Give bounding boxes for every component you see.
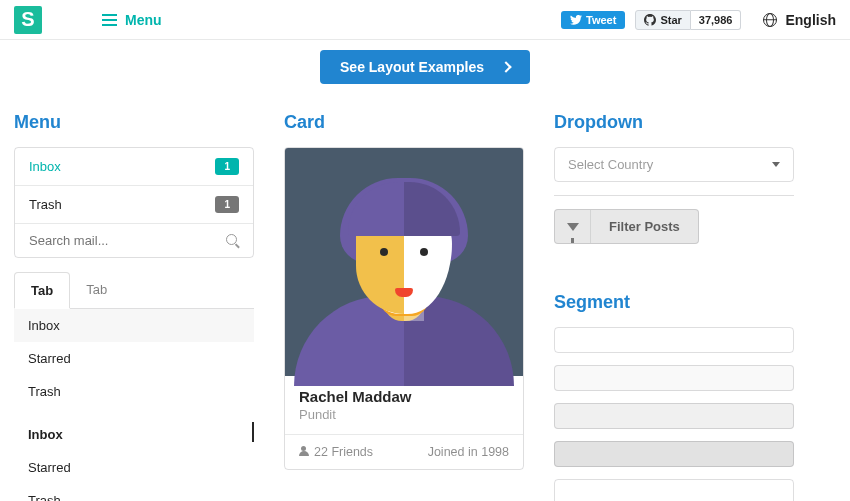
menu-heading: Menu xyxy=(14,112,254,133)
divider xyxy=(554,195,794,196)
list-item[interactable]: Starred xyxy=(14,451,254,484)
menu-item-label: Inbox xyxy=(29,159,61,174)
filter-button[interactable]: Filter Posts xyxy=(554,209,699,244)
user-icon xyxy=(299,446,309,456)
caret-down-icon xyxy=(772,162,780,167)
language-label: English xyxy=(785,12,836,28)
segment-heading: Segment xyxy=(554,292,794,313)
country-dropdown[interactable]: Select Country xyxy=(554,147,794,182)
tweet-button[interactable]: Tweet xyxy=(561,11,625,29)
segment-box xyxy=(554,403,794,429)
menu-item-label: Trash xyxy=(29,197,62,212)
card-subtitle: Pundit xyxy=(299,407,509,422)
logo[interactable]: S xyxy=(14,6,42,34)
twitter-icon xyxy=(570,15,582,25)
filter-icon xyxy=(567,223,579,231)
see-examples-label: See Layout Examples xyxy=(340,59,484,75)
globe-icon xyxy=(763,13,777,27)
filter-label: Filter Posts xyxy=(591,210,698,243)
dropdown-placeholder: Select Country xyxy=(568,157,653,172)
main-menu-button[interactable]: Menu xyxy=(102,12,162,28)
search-icon xyxy=(226,234,239,247)
segment-box xyxy=(554,479,794,501)
card-name: Rachel Maddaw xyxy=(299,388,509,405)
active-indicator xyxy=(252,422,254,442)
see-examples-button[interactable]: See Layout Examples xyxy=(320,50,530,84)
tab-1[interactable]: Tab xyxy=(14,272,70,309)
list-item[interactable]: Inbox xyxy=(14,309,254,342)
dropdown-heading: Dropdown xyxy=(554,112,794,133)
list-item[interactable]: Trash xyxy=(14,484,254,501)
list-item[interactable]: Inbox xyxy=(14,418,254,451)
segment-box xyxy=(554,327,794,353)
tab-2[interactable]: Tab xyxy=(70,272,123,308)
segment-box xyxy=(554,441,794,467)
menu-item-badge: 1 xyxy=(215,158,239,175)
star-label: Star xyxy=(660,14,681,26)
star-count: 37,986 xyxy=(691,10,742,30)
vertical-menu: Inbox 1 Trash 1 xyxy=(14,147,254,258)
card-heading: Card xyxy=(284,112,524,133)
chevron-right-icon xyxy=(500,61,511,72)
card-joined: Joined in 1998 xyxy=(428,445,509,459)
language-selector[interactable]: English xyxy=(763,12,836,28)
menu-item-trash[interactable]: Trash 1 xyxy=(15,185,253,223)
menu-item-badge: 1 xyxy=(215,196,239,213)
card-friends: 22 Friends xyxy=(299,445,373,459)
tab-bar: Tab Tab xyxy=(14,272,254,309)
list-item[interactable]: Trash xyxy=(14,375,254,408)
main-menu-label: Menu xyxy=(125,12,162,28)
tab-content-list: Inbox Starred Trash xyxy=(14,309,254,408)
search-input[interactable] xyxy=(29,233,226,248)
segment-box xyxy=(554,365,794,391)
menu-item-inbox[interactable]: Inbox 1 xyxy=(15,148,253,185)
secondary-list: Inbox Starred Trash xyxy=(14,418,254,501)
github-star-widget[interactable]: Star 37,986 xyxy=(635,10,741,30)
profile-card[interactable]: Rachel Maddaw Pundit 22 Friends Joined i… xyxy=(284,147,524,470)
github-icon xyxy=(644,14,656,26)
menu-search[interactable] xyxy=(15,223,253,257)
card-image xyxy=(285,148,523,376)
list-item[interactable]: Starred xyxy=(14,342,254,375)
tweet-label: Tweet xyxy=(586,14,616,26)
bars-icon xyxy=(102,14,117,26)
